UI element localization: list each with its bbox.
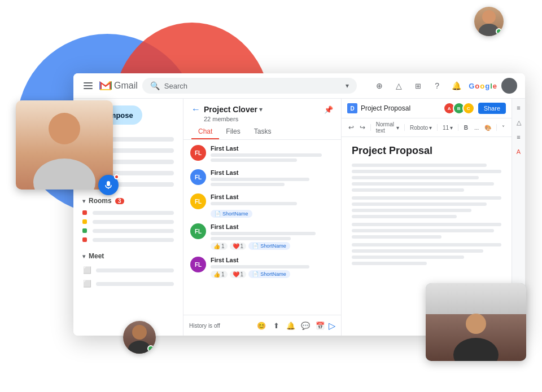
reactions-row-4: 👍 1 ❤️ 1 📄 ShortName <box>211 242 334 250</box>
video-person-2 <box>442 312 510 361</box>
message-name-1: First Last <box>211 145 334 152</box>
heart-icon-4: ❤️ <box>233 243 239 249</box>
share-button[interactable]: Share <box>478 103 506 114</box>
av-3: C <box>462 102 475 114</box>
message-body-1: First Last <box>211 145 334 164</box>
search-bar[interactable]: 🔍 Search ▾ <box>142 78 357 94</box>
doc-line-15 <box>352 256 464 259</box>
avatar-4: FL <box>190 223 206 239</box>
toolbar-sep-2 <box>404 124 405 131</box>
thumbs-up-icon-4: 👍 <box>213 243 220 249</box>
heart-icon-5: ❤️ <box>233 271 239 278</box>
message-body-4: First Last 👍 1 ❤️ 1 <box>211 223 334 251</box>
hamburger-button[interactable] <box>81 80 95 91</box>
svg-point-9 <box>453 338 499 361</box>
back-arrow-button[interactable]: ← <box>191 104 200 114</box>
rooms-dot-yellow <box>82 219 87 224</box>
msg-line-3a <box>211 202 297 205</box>
pin-icon[interactable]: 📌 <box>324 105 333 114</box>
right-icon-4[interactable]: A <box>513 146 524 157</box>
msg-line-1a <box>211 153 322 157</box>
chat-header: ← Project Clover ▾ 📌 22 members <box>183 99 341 125</box>
mic-button[interactable] <box>98 175 119 195</box>
expand-button[interactable]: ˅ <box>500 124 507 132</box>
gmail-m-icon <box>99 81 112 90</box>
right-icon-2[interactable]: △ <box>513 117 524 128</box>
msg-line-1b <box>211 158 297 162</box>
search-placeholder: Search <box>164 82 341 90</box>
size-dropdown[interactable]: 11 ▾ <box>440 124 455 132</box>
rooms-item-4[interactable] <box>73 235 183 244</box>
gmail-logo: Gmail <box>99 81 138 91</box>
send-button[interactable]: ▷ <box>329 320 335 331</box>
nav-icon-grid[interactable]: ⊞ <box>410 78 426 94</box>
bold-button[interactable]: B <box>461 124 471 132</box>
tab-files[interactable]: Files <box>219 125 247 139</box>
message-name-2: First Last <box>211 169 334 176</box>
chip-icon-5: 📄 <box>252 271 259 277</box>
message-name-3: First Last <box>211 193 334 200</box>
rooms-line-2 <box>93 220 174 224</box>
user-avatar-button[interactable] <box>501 78 517 94</box>
nav-icon-notifications[interactable]: 🔔 <box>448 78 464 94</box>
emoji-button[interactable]: 😊 <box>255 319 268 332</box>
message-name-5: First Last <box>211 257 334 263</box>
avatar-5: FL <box>190 257 206 272</box>
undo-button[interactable]: ↩ <box>346 122 356 133</box>
nav-icon-settings[interactable]: △ <box>391 78 406 94</box>
svg-point-2 <box>132 325 147 340</box>
meet-section-header[interactable]: ▾ Meet <box>73 248 183 262</box>
calendar-button[interactable]: 📅 <box>314 319 326 332</box>
message-chip-3[interactable]: 📄 ShortName <box>211 210 252 218</box>
rooms-dot-red <box>82 210 87 215</box>
nav-icons-right: ⊕ △ ⊞ ? 🔔 G o o g l e <box>371 78 517 94</box>
online-dot-1 <box>496 28 502 34</box>
chat-input-bar: History is off 😊 ⬆ 🔔 💬 📅 ▷ <box>183 315 341 336</box>
reaction-heart-5[interactable]: ❤️ 1 <box>230 271 247 278</box>
message-name-4: First Last <box>211 223 334 230</box>
tab-tasks[interactable]: Tasks <box>247 125 278 139</box>
rooms-item-3[interactable] <box>73 226 183 235</box>
top-navigation: Gmail 🔍 Search ▾ ⊕ △ ⊞ ? 🔔 G o o g l e <box>73 73 525 99</box>
rooms-list <box>73 207 183 245</box>
doc-line-14 <box>352 249 483 253</box>
msg-line-4a <box>211 232 316 235</box>
rooms-section-header[interactable]: ▾ Rooms 3 <box>73 192 183 207</box>
docs-toolbar-top: D Project Proposal A B C Share <box>342 99 512 118</box>
reaction-thumbs-4[interactable]: 👍 1 <box>211 243 228 250</box>
redo-button[interactable]: ↪ <box>357 122 368 133</box>
nav-icon-help[interactable]: ? <box>429 78 445 94</box>
rooms-item-2[interactable] <box>73 217 183 226</box>
nav-icon-support[interactable]: ⊕ <box>371 78 387 94</box>
doc-line-12 <box>352 235 442 239</box>
upload-button[interactable]: ⬆ <box>270 319 282 332</box>
message-chip-5[interactable]: 📄 ShortName <box>248 270 290 278</box>
docs-format-bar: ↩ ↪ Normal text ▾ Roboto ▾ 11 ▾ B ... 🎨 … <box>342 118 512 137</box>
font-dropdown[interactable]: Roboto ▾ <box>408 124 434 132</box>
meet-item-video[interactable]: ⬜ <box>73 277 183 290</box>
rooms-line-3 <box>93 229 174 233</box>
normal-text-dropdown[interactable]: Normal text ▾ <box>374 120 401 135</box>
tab-chat[interactable]: Chat <box>191 125 219 139</box>
right-icon-3[interactable]: ≡ <box>513 131 524 143</box>
rooms-dot-red2 <box>82 237 87 242</box>
online-dot-2 <box>147 345 154 352</box>
google-logo: G o o g l e <box>469 82 497 90</box>
reaction-thumbs-5[interactable]: 👍 1 <box>211 271 228 278</box>
more-options-button[interactable]: ... <box>472 124 481 132</box>
paint-format-button[interactable]: 🎨 <box>482 124 493 132</box>
message-chip-4[interactable]: 📄 ShortName <box>248 242 290 250</box>
meet-chat-button[interactable]: 🔔 <box>285 319 297 332</box>
rooms-item-1[interactable] <box>73 208 183 217</box>
reaction-heart-4[interactable]: ❤️ 1 <box>230 243 247 250</box>
rooms-badge: 3 <box>115 198 124 204</box>
right-icon-1[interactable]: ≡ <box>513 102 524 113</box>
mention-button[interactable]: 💬 <box>299 319 312 332</box>
meet-chevron-icon: ▾ <box>82 253 85 259</box>
doc-heading: Project Proposal <box>352 145 501 157</box>
doc-line-9 <box>352 215 457 218</box>
chip-label-5: ShortName <box>260 271 286 277</box>
meet-item-calendar[interactable]: ⬜ <box>73 263 183 277</box>
toolbar-sep-4 <box>458 124 458 131</box>
chat-title-dropdown-icon[interactable]: ▾ <box>259 105 263 113</box>
